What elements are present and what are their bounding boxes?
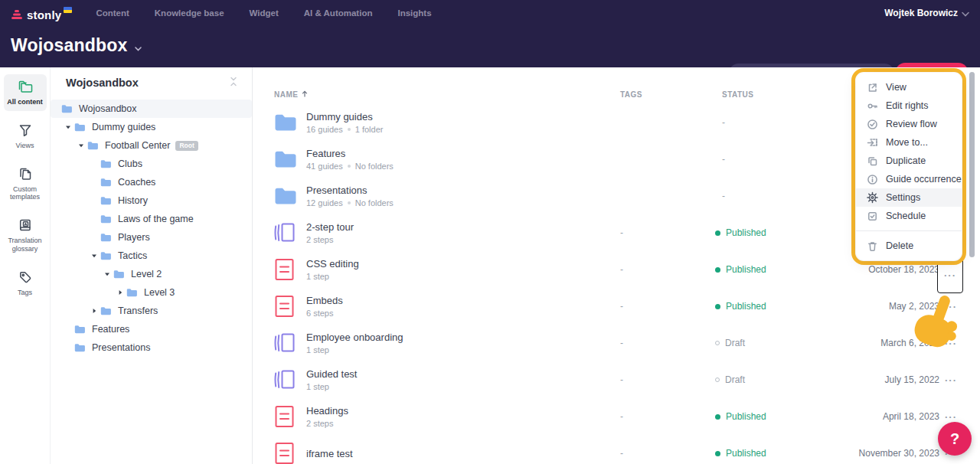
row-title: Dummy guides: [306, 111, 383, 123]
root-badge: Root: [175, 141, 198, 151]
user-menu[interactable]: Wojtek Borowicz: [884, 0, 969, 26]
tree-folder-icon: [87, 141, 98, 150]
row-status-cell: Published: [715, 227, 766, 238]
menu-item-settings[interactable]: Settings: [856, 188, 962, 207]
row-status-cell: -: [722, 117, 725, 128]
tree-item-football-center[interactable]: Football CenterRoot: [51, 136, 252, 155]
guide-tour-icon: [274, 221, 296, 245]
row-actions-button[interactable]: ···: [940, 338, 962, 349]
rail-item-label: Views: [16, 142, 34, 150]
tree-item-wojosandbox[interactable]: Wojosandbox: [51, 100, 252, 118]
column-header-name[interactable]: NAME: [274, 90, 308, 99]
tree-item-laws-of-the-game[interactable]: Laws of the game: [51, 210, 252, 228]
menu-item-review-flow[interactable]: Review flow: [856, 115, 962, 133]
workspace-switcher[interactable]: Wojosandbox: [11, 35, 142, 56]
tree-item-label: Dummy guides: [92, 122, 155, 132]
menu-item-move-to-[interactable]: Move to...: [856, 133, 962, 152]
views-funnel-icon: [18, 122, 33, 139]
duplicate-icon: [867, 155, 878, 167]
tree-item-label: Tactics: [118, 250, 147, 261]
caret-right-icon[interactable]: [116, 289, 124, 296]
row-folder-icon: [274, 150, 297, 169]
caret-down-icon[interactable]: [103, 271, 111, 277]
nav-item-insights[interactable]: Insights: [397, 8, 431, 18]
row-name-block: 2-step tour2 steps: [306, 221, 354, 244]
collapse-panel-icon[interactable]: [229, 76, 238, 90]
open-in-new-icon: [867, 82, 878, 93]
tree-item-label: History: [118, 195, 148, 206]
row-meta: 16 guides1 folder: [306, 125, 383, 134]
row-date: November 30, 2023: [859, 448, 939, 459]
menu-item-edit-rights[interactable]: Edit rights: [856, 96, 962, 115]
caret-right-icon[interactable]: [90, 308, 98, 314]
nav-item-content[interactable]: Content: [96, 8, 129, 18]
table-row-iframe-test[interactable]: iframe test-PublishedNovember 30, 2023··…: [253, 435, 980, 464]
rail-item-views[interactable]: Views: [4, 118, 47, 155]
tree-item-players[interactable]: Players: [51, 228, 252, 247]
help-button[interactable]: ?: [938, 422, 972, 456]
tree-item-label: Level 3: [144, 287, 175, 298]
row-date: May 2, 2023: [889, 301, 939, 312]
published-dot-icon: [715, 267, 720, 273]
caret-down-icon[interactable]: [64, 124, 72, 130]
nav-item-knowledge-base[interactable]: Knowledge base: [155, 8, 224, 18]
rail-item-translation-glossary[interactable]: Translation glossary: [4, 213, 47, 258]
nav-item-widget[interactable]: Widget: [250, 8, 279, 18]
row-meta: 6 steps: [306, 309, 343, 318]
user-name: Wojtek Borowicz: [884, 8, 958, 18]
menu-item-duplicate[interactable]: Duplicate: [856, 152, 962, 170]
table-row-employee-onboarding[interactable]: Employee onboarding1 step-DraftMarch 6, …: [253, 325, 980, 361]
tree-item-level-2[interactable]: Level 2: [51, 265, 252, 283]
status-label: Published: [726, 264, 766, 275]
tree-item-features[interactable]: Features: [51, 320, 252, 338]
tree-item-coaches[interactable]: Coaches: [51, 173, 252, 191]
rail-item-label: Tags: [18, 289, 32, 297]
row-date: April 18, 2023: [883, 411, 939, 422]
menu-item-view[interactable]: View: [856, 78, 962, 96]
table-row-headings[interactable]: Headings2 steps-PublishedApril 18, 2023·…: [253, 398, 980, 435]
row-status-cell: Draft: [715, 338, 745, 348]
tree-item-history[interactable]: History: [51, 191, 252, 210]
caret-down-icon[interactable]: [77, 142, 85, 149]
rail-item-all-content[interactable]: All content: [4, 74, 47, 111]
tree-item-level-3[interactable]: Level 3: [51, 283, 252, 302]
column-header-status[interactable]: STATUS: [722, 90, 754, 99]
caret-down-icon[interactable]: [90, 253, 98, 259]
menu-item-delete[interactable]: Delete: [856, 237, 962, 255]
rail-item-label: All content: [7, 98, 43, 106]
row-name-block: Features41 guidesNo folders: [306, 148, 394, 171]
row-actions-button[interactable]: ···: [940, 374, 962, 386]
status-label: Published: [726, 411, 766, 422]
tree-item-dummy-guides[interactable]: Dummy guides: [51, 118, 252, 136]
rail-item-custom-templates[interactable]: Custom templates: [4, 162, 47, 207]
tree-item-clubs[interactable]: Clubs: [51, 155, 252, 173]
row-actions-button[interactable]: ···: [940, 301, 962, 312]
menu-item-schedule[interactable]: Schedule: [856, 207, 962, 225]
menu-item-label: Move to...: [886, 137, 928, 148]
column-header-tags[interactable]: TAGS: [620, 90, 642, 99]
tree-item-transfers[interactable]: Transfers: [51, 302, 252, 320]
rail-item-label: Translation glossary: [5, 237, 45, 253]
row-folder-icon: [274, 187, 297, 206]
published-dot-icon: [715, 451, 720, 456]
stonly-mark-icon: [11, 9, 23, 23]
app-screen: stonly ContentKnowledge baseWidgetAI & A…: [0, 0, 980, 464]
row-date: March 6, 2023: [880, 338, 939, 348]
row-actions-button[interactable]: ···: [940, 411, 962, 423]
row-name-block: Employee onboarding1 step: [306, 332, 403, 355]
vertical-scrollbar[interactable]: [969, 72, 975, 257]
tree-item-presentations[interactable]: Presentations: [51, 338, 252, 357]
tree-folder-icon: [100, 159, 111, 168]
table-row-guided-test[interactable]: Guided test1 step-DraftJuly 15, 2022···: [253, 361, 980, 398]
menu-item-guide-occurrence[interactable]: Guide occurrence: [856, 170, 962, 188]
tree-item-tactics[interactable]: Tactics: [51, 247, 252, 265]
tree-panel-title: Wojosandbox: [66, 77, 139, 89]
menu-item-label: Settings: [886, 192, 920, 203]
row-title: Presentations: [306, 185, 394, 196]
stonly-logo[interactable]: stonly: [11, 4, 72, 23]
key-icon: [867, 100, 878, 112]
rail-item-tags[interactable]: Tags: [4, 265, 47, 302]
nav-item-ai-automation[interactable]: AI & Automation: [304, 8, 373, 18]
table-row-embeds[interactable]: Embeds6 steps-PublishedMay 2, 2023···: [253, 288, 980, 325]
workspace-title: Wojosandbox: [11, 35, 128, 56]
